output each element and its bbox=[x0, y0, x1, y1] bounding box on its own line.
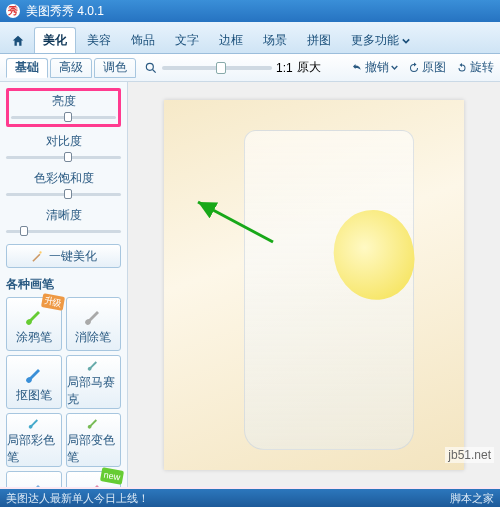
brush-label: 抠图笔 bbox=[16, 387, 52, 404]
contrast-slot: 对比度 bbox=[6, 133, 121, 162]
undo-icon bbox=[351, 62, 363, 74]
toolbar: 基础 高级 调色 1:1 原大 撤销 原图 旋转 bbox=[0, 54, 500, 82]
tab-more[interactable]: 更多功能 bbox=[342, 27, 419, 53]
tab-accessory[interactable]: 饰品 bbox=[122, 27, 164, 53]
brush-button-0[interactable]: 升级涂鸦笔 bbox=[6, 297, 62, 351]
brush-button-3[interactable]: 局部马赛克 bbox=[66, 355, 122, 409]
rotate-icon bbox=[456, 62, 468, 74]
tab-scene[interactable]: 场景 bbox=[254, 27, 296, 53]
subtab-color[interactable]: 调色 bbox=[94, 58, 136, 78]
subtab-basic[interactable]: 基础 bbox=[6, 58, 48, 78]
brush-button-4[interactable]: 局部彩色笔 bbox=[6, 413, 62, 467]
brightness-slot: 亮度 bbox=[6, 88, 121, 127]
brightness-slider[interactable] bbox=[11, 112, 116, 122]
zoom-slider[interactable] bbox=[162, 66, 272, 70]
brush-button-6[interactable]: 背景虚化 bbox=[6, 471, 62, 487]
brush-grid: 升级涂鸦笔消除笔抠图笔局部马赛克局部彩色笔局部变色笔背景虚化new魔幻笔 bbox=[6, 297, 121, 487]
sidebar: 亮度 对比度 色彩饱和度 清晰度 一键美化 各种画笔 升级涂鸦笔消除笔抠图笔局部… bbox=[0, 82, 128, 487]
brush-icon bbox=[81, 303, 105, 327]
brush-icon bbox=[22, 361, 46, 385]
brush-label: 局部变色笔 bbox=[67, 432, 121, 466]
svg-line-1 bbox=[153, 69, 156, 72]
watermark: jb51.net bbox=[445, 447, 494, 463]
brush-button-2[interactable]: 抠图笔 bbox=[6, 355, 62, 409]
subtabs: 基础 高级 调色 bbox=[6, 58, 138, 78]
titlebar: 秀 美图秀秀 4.0.1 bbox=[0, 0, 500, 22]
rotate-button[interactable]: 旋转 bbox=[456, 59, 494, 76]
tab-text[interactable]: 文字 bbox=[166, 27, 208, 53]
svg-point-2 bbox=[39, 251, 41, 253]
original-button[interactable]: 原图 bbox=[408, 59, 446, 76]
brush-button-7[interactable]: new魔幻笔 bbox=[66, 471, 122, 487]
zoom-label: 原大 bbox=[297, 59, 321, 76]
one-click-beautify-button[interactable]: 一键美化 bbox=[6, 244, 121, 268]
subtab-advanced[interactable]: 高级 bbox=[50, 58, 92, 78]
zoom-control: 1:1 原大 bbox=[144, 59, 351, 76]
zoom-ratio: 1:1 bbox=[276, 61, 293, 75]
refresh-icon bbox=[408, 62, 420, 74]
status-left: 美图达人最新单人今日上线！ bbox=[6, 491, 149, 506]
brush-label: 消除笔 bbox=[75, 329, 111, 346]
brushes-section-title: 各种画笔 bbox=[6, 276, 121, 293]
sharpness-slider[interactable] bbox=[6, 226, 121, 236]
contrast-slider[interactable] bbox=[6, 152, 121, 162]
app-icon: 秀 bbox=[6, 4, 20, 18]
undo-button[interactable]: 撤销 bbox=[351, 59, 398, 76]
contrast-label: 对比度 bbox=[6, 133, 121, 150]
canvas[interactable]: jb51.net bbox=[128, 82, 500, 487]
chevron-down-icon bbox=[402, 37, 410, 45]
brush-icon bbox=[81, 356, 105, 372]
wand-icon bbox=[30, 249, 44, 263]
status-right: 脚本之家 bbox=[450, 491, 494, 506]
toolbar-actions: 撤销 原图 旋转 bbox=[351, 59, 494, 76]
sharpness-label: 清晰度 bbox=[6, 207, 121, 224]
tab-makeup[interactable]: 美容 bbox=[78, 27, 120, 53]
main-area: 亮度 对比度 色彩饱和度 清晰度 一键美化 各种画笔 升级涂鸦笔消除笔抠图笔局部… bbox=[0, 82, 500, 487]
brush-icon bbox=[22, 414, 46, 430]
app-title: 美图秀秀 4.0.1 bbox=[26, 3, 104, 20]
home-icon bbox=[11, 34, 25, 48]
brush-label: 局部马赛克 bbox=[67, 374, 121, 408]
brush-button-5[interactable]: 局部变色笔 bbox=[66, 413, 122, 467]
brush-label: 涂鸦笔 bbox=[16, 329, 52, 346]
tab-frame[interactable]: 边框 bbox=[210, 27, 252, 53]
svg-point-0 bbox=[146, 63, 153, 70]
tab-beautify[interactable]: 美化 bbox=[34, 27, 76, 53]
saturation-slot: 色彩饱和度 bbox=[6, 170, 121, 199]
status-bar: 美图达人最新单人今日上线！ 脚本之家 bbox=[0, 489, 500, 507]
chevron-down-icon bbox=[391, 64, 398, 71]
zoom-icon bbox=[144, 61, 158, 75]
brush-icon bbox=[22, 477, 46, 488]
sharpness-slot: 清晰度 bbox=[6, 207, 121, 236]
tab-home[interactable] bbox=[4, 27, 32, 53]
brush-icon bbox=[81, 414, 105, 430]
saturation-slider[interactable] bbox=[6, 189, 121, 199]
photo bbox=[164, 100, 464, 470]
main-tabs: 美化 美容 饰品 文字 边框 场景 拼图 更多功能 bbox=[0, 22, 500, 54]
brightness-label: 亮度 bbox=[11, 93, 116, 110]
brush-button-1[interactable]: 消除笔 bbox=[66, 297, 122, 351]
tab-more-label: 更多功能 bbox=[351, 32, 399, 49]
brush-label: 局部彩色笔 bbox=[7, 432, 61, 466]
saturation-label: 色彩饱和度 bbox=[6, 170, 121, 187]
tab-collage[interactable]: 拼图 bbox=[298, 27, 340, 53]
